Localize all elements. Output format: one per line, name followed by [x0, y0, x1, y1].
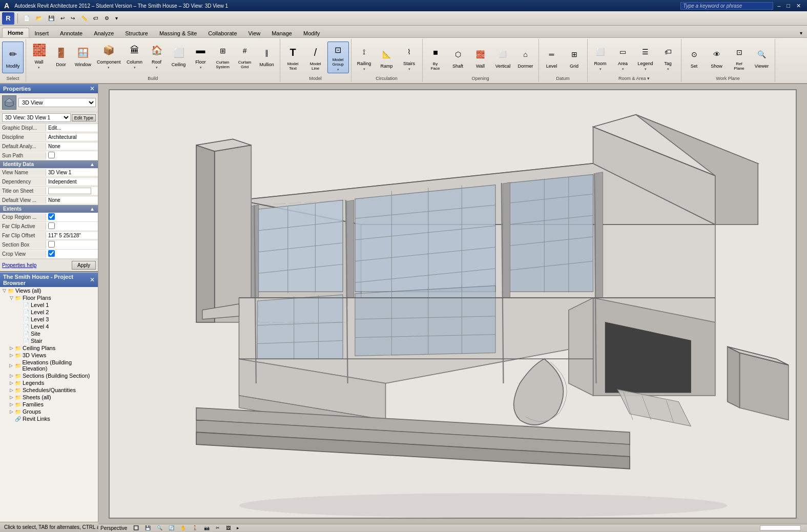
view-ctrl-zoom[interactable]: 🔍 [155, 524, 164, 531]
tab-insert[interactable]: Insert [29, 28, 55, 37]
revit-logo-btn[interactable]: R [2, 12, 14, 25]
view-ctrl-camera[interactable]: 📷 [202, 524, 212, 531]
crop-view-checkbox[interactable] [48, 250, 55, 257]
title-on-sheet-value[interactable] [46, 187, 98, 195]
tree-item-families[interactable]: ▷ 📁 Families [0, 401, 98, 408]
tree-item-groups[interactable]: ▷ 📁 Groups [0, 408, 98, 415]
window-button[interactable]: 🪟 Window [72, 40, 94, 72]
crop-view-value[interactable] [46, 250, 98, 258]
component-button[interactable]: 📦 Component ▾ [94, 40, 123, 72]
tab-massing[interactable]: Massing & Site [154, 28, 202, 37]
view-ctrl-section[interactable]: ✂ [214, 524, 222, 531]
settings-btn[interactable]: ⚙ [102, 14, 112, 23]
modify-button[interactable]: ✏ Modify [2, 42, 24, 73]
tree-item-sections[interactable]: ▷ 📁 Sections (Building Section) [0, 372, 98, 379]
ramp-button[interactable]: 📐 Ramp [376, 42, 398, 73]
tab-home[interactable]: Home [2, 28, 29, 37]
tab-analyze[interactable]: Analyze [88, 28, 119, 37]
redo-btn[interactable]: ↪ [68, 14, 77, 23]
minimize-button[interactable]: – [775, 2, 782, 10]
view-ctrl-orbit[interactable]: 🔄 [167, 524, 176, 531]
room-button[interactable]: ⬜ Room ▾ [590, 42, 611, 73]
properties-help-link[interactable]: Properties help [2, 262, 36, 268]
measure-btn[interactable]: 📏 [78, 14, 90, 23]
view-ctrl-more[interactable]: ▸ [235, 524, 241, 531]
tag-all-btn[interactable]: 🏷 [91, 14, 101, 23]
shaft-button[interactable]: ⬡ Shaft [447, 42, 469, 73]
mullion-button[interactable]: ∥ Mullion [256, 40, 278, 72]
tree-item-stair[interactable]: 📄 Stair [0, 337, 98, 344]
title-bar-right[interactable]: Type a keyword or phrase – □ ✕ [680, 2, 803, 10]
tab-modify[interactable]: Modify [298, 28, 325, 37]
tag-button[interactable]: 🏷 Tag ▾ [657, 42, 679, 73]
tree-item-level1[interactable]: 📄 Level 1 [0, 301, 98, 309]
legend-button[interactable]: ☰ Legend ▾ [635, 42, 656, 73]
set-button[interactable]: ⊙ Set [684, 42, 705, 73]
tab-structure[interactable]: Structure [119, 28, 154, 37]
qa-dropdown[interactable]: ▾ [113, 14, 120, 23]
far-clip-active-checkbox[interactable] [48, 222, 55, 229]
curtain-grid-button[interactable]: # CurtainGrid [234, 40, 256, 72]
save-btn[interactable]: 💾 [46, 14, 57, 23]
pb-close-button[interactable]: ✕ [90, 276, 95, 283]
undo-btn[interactable]: ↩ [58, 14, 67, 23]
show-button[interactable]: 👁 Show [706, 42, 728, 73]
open-btn[interactable]: 📂 [33, 14, 45, 23]
tree-item-floor-plans[interactable]: ▽ 📁 Floor Plans [0, 294, 98, 301]
search-input[interactable]: Type a keyword or phrase [680, 2, 773, 10]
column-button[interactable]: 🏛 Column ▾ [124, 40, 146, 72]
tab-manage[interactable]: Manage [266, 28, 298, 37]
tree-item-legends[interactable]: ▷ 📁 Legends [0, 379, 98, 386]
ref-plane-button[interactable]: ⊡ RefPlane [729, 42, 750, 73]
edit-type-button[interactable]: Edit Type [72, 114, 96, 121]
opening-wall-button[interactable]: 🧱 Wall [470, 42, 491, 73]
view-name-value[interactable]: 3D View 1 [46, 169, 98, 176]
tab-annotate[interactable]: Annotate [54, 28, 88, 37]
railing-button[interactable]: ⟟ Railing ▾ [354, 42, 375, 73]
properties-close-button[interactable]: ✕ [90, 85, 95, 92]
crop-region-checkbox[interactable] [48, 213, 55, 220]
floor-button[interactable]: ▬ Floor ▾ [190, 40, 212, 72]
dormer-button[interactable]: ⌂ Dormer [515, 42, 536, 73]
tree-item-views-all[interactable]: ▽ 📁 Views (all) [0, 287, 98, 294]
area-button[interactable]: ▭ Area ▾ [612, 42, 634, 73]
tree-item-level4[interactable]: 📄 Level 4 [0, 323, 98, 330]
model-line-button[interactable]: / ModelLine [305, 42, 326, 73]
stairs-button[interactable]: ⌇ Stairs ▾ [399, 42, 420, 73]
tree-item-level2[interactable]: 📄 Level 2 [0, 309, 98, 316]
apply-button[interactable]: Apply [72, 261, 96, 270]
view-type-select[interactable]: 3D View [18, 98, 96, 107]
ribbon-collapse-btn[interactable]: ▾ [797, 29, 805, 37]
far-clip-active-value[interactable] [46, 222, 98, 231]
tree-item-ceiling-plans[interactable]: ▷ 📁 Ceiling Plans [0, 344, 98, 352]
maximize-button[interactable]: □ [784, 2, 792, 10]
vertical-button[interactable]: ⬜ Vertical [492, 42, 514, 73]
view-ctrl-pan[interactable]: ✋ [178, 524, 188, 531]
crop-region-value[interactable] [46, 213, 98, 221]
section-box-value[interactable] [46, 240, 98, 249]
tree-item-schedules[interactable]: ▷ 📁 Schedules/Quantities [0, 386, 98, 394]
wall-button[interactable]: 🧱 Wall ▾ [28, 40, 50, 72]
identity-data-section[interactable]: Identity Data ▲ [0, 160, 98, 168]
title-on-sheet-input[interactable] [48, 188, 91, 194]
far-clip-offset-value[interactable]: 117' 5 25/128" [46, 232, 98, 239]
model-group-button[interactable]: ⊡ ModelGroup ▾ [327, 42, 349, 73]
tab-view[interactable]: View [243, 28, 266, 37]
door-button[interactable]: 🚪 Door [50, 40, 72, 72]
tree-item-level3[interactable]: 📄 Level 3 [0, 316, 98, 323]
tree-item-revit-links[interactable]: 🔗 Revit Links [0, 415, 98, 422]
level-button[interactable]: ═ Level [541, 42, 563, 73]
sun-path-checkbox[interactable] [48, 152, 55, 158]
model-text-button[interactable]: T ModelText [282, 42, 304, 73]
canvas-area[interactable] [98, 84, 807, 524]
view-ctrl-walk[interactable]: 🚶 [190, 524, 200, 531]
tree-item-sheets[interactable]: ▷ 📁 Sheets (all) [0, 394, 98, 401]
close-button[interactable]: ✕ [794, 2, 803, 10]
view-ctrl-render[interactable]: 🖼 [224, 524, 233, 531]
tab-collaborate[interactable]: Collaborate [202, 28, 242, 37]
by-face-button[interactable]: ◼ ByFace [425, 42, 446, 73]
new-btn[interactable]: 📄 [21, 14, 32, 23]
tree-item-elevations[interactable]: ▷ 📁 Elevations (Building Elevation) [0, 359, 98, 372]
curtain-system-button[interactable]: ⊞ CurtainSystem [212, 40, 234, 72]
viewer-button[interactable]: 🔍 Viewer [751, 42, 773, 73]
